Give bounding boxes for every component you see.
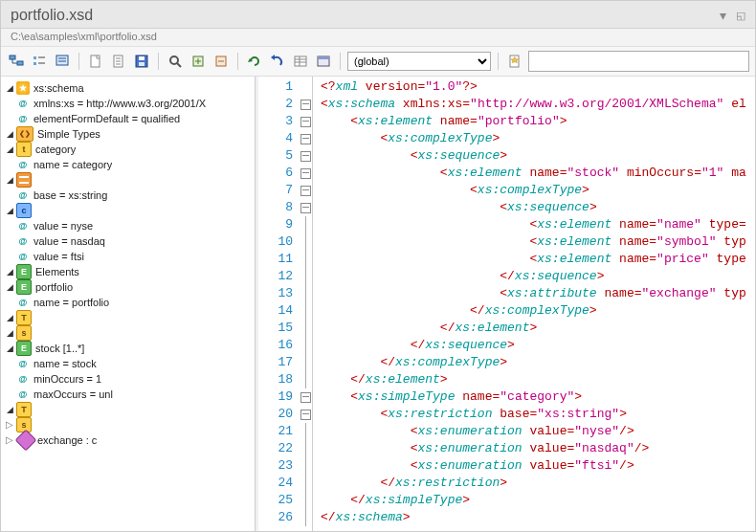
tb-expand-icon[interactable] — [189, 52, 208, 71]
code-line[interactable]: <xs:enumeration value="nyse"/> — [321, 423, 755, 440]
code-line[interactable]: <?xml version="1.0"?> — [321, 78, 755, 96]
tb-grid-icon[interactable] — [291, 52, 310, 71]
tree-node[interactable]: ◢EElements — [1, 264, 255, 279]
tree-node[interactable]: @name = category — [1, 157, 255, 172]
tree-node[interactable]: @name = stock — [1, 356, 255, 371]
dropdown-icon[interactable]: ▾ — [720, 8, 726, 23]
tb-new-icon[interactable] — [86, 52, 105, 71]
tree-node[interactable]: @maxOccurs = unl — [1, 387, 255, 402]
code-line[interactable]: </xs:restriction> — [321, 475, 755, 492]
tree-node[interactable]: @minOccurs = 1 — [1, 371, 255, 387]
fold-cell[interactable] — [299, 130, 312, 147]
code-line[interactable]: <xs:simpleType name="category"> — [321, 388, 755, 406]
collapse-icon[interactable]: ◢ — [5, 129, 14, 139]
tree-node[interactable]: ◢c — [1, 203, 255, 218]
tree-node[interactable]: ◢s — [1, 325, 255, 341]
fold-cell[interactable] — [299, 165, 312, 182]
tree-node[interactable]: @base = xs:string — [1, 188, 255, 203]
code-line[interactable]: <xs:element name="name" type= — [321, 216, 755, 233]
tree-node[interactable]: ◢ — [1, 172, 255, 188]
collapse-icon[interactable]: ◢ — [5, 206, 14, 215]
tree-node[interactable]: @value = ftsi — [1, 249, 255, 264]
collapse-icon[interactable]: ◢ — [5, 328, 14, 338]
fold-cell[interactable] — [299, 199, 312, 216]
editor-pane[interactable]: 1234567891011121314151617181920212223242… — [258, 77, 755, 531]
collapse-icon[interactable]: ◢ — [5, 83, 14, 93]
tree-node[interactable]: ◢Estock [1..*] — [1, 341, 255, 356]
collapse-icon[interactable]: ◢ — [5, 282, 14, 292]
collapse-icon[interactable]: ◢ — [5, 267, 14, 277]
tree-node[interactable]: @name = portfolio — [1, 295, 255, 310]
code-line[interactable]: </xs:sequence> — [321, 268, 755, 285]
tb-save-icon[interactable] — [132, 52, 151, 71]
code-line[interactable]: <xs:element name="symbol" typ — [321, 233, 755, 251]
code-line[interactable]: </xs:schema> — [321, 509, 755, 526]
collapse-icon[interactable]: ◢ — [5, 313, 14, 322]
tb-find-icon[interactable] — [166, 52, 185, 71]
code-line[interactable]: <xs:enumeration value="nasdaq"/> — [321, 440, 755, 457]
code-line[interactable]: </xs:simpleType> — [321, 492, 755, 509]
code-line[interactable]: <xs:element name="price" type — [321, 251, 755, 268]
tb-collapse-icon[interactable] — [211, 52, 231, 71]
fold-cell[interactable] — [299, 406, 312, 423]
tree-node[interactable]: ◢tcategory — [1, 142, 255, 157]
tb-refresh-icon[interactable] — [245, 52, 264, 71]
collapse-icon[interactable]: ◢ — [5, 144, 14, 154]
dock-icon[interactable]: ◱ — [736, 10, 745, 22]
code-area[interactable]: <?xml version="1.0"?><xs:schema xmlns:xs… — [313, 77, 755, 531]
tree-node[interactable]: @xmlns:xs = http://www.w3.org/2001/X — [1, 96, 255, 111]
tree-node[interactable]: ▷exchange : c — [1, 432, 255, 448]
fold-cell[interactable] — [299, 182, 312, 199]
scope-select[interactable]: (global) — [347, 52, 491, 71]
fold-toggle-icon[interactable] — [300, 151, 311, 162]
code-line[interactable]: </xs:complexType> — [321, 354, 755, 371]
code-line[interactable]: <xs:schema xmlns:xs="http://www.w3.org/2… — [321, 96, 755, 113]
tb-bookmark-icon[interactable] — [505, 52, 524, 71]
tree-pane[interactable]: ◢★xs:schema@xmlns:xs = http://www.w3.org… — [1, 77, 256, 531]
code-line[interactable]: <xs:element name="portfolio"> — [321, 113, 755, 130]
code-line[interactable]: </xs:complexType> — [321, 302, 755, 320]
tree-node[interactable]: ▷s — [1, 417, 255, 432]
fold-toggle-icon[interactable] — [300, 117, 311, 127]
code-line[interactable]: <xs:attribute name="exchange" typ — [321, 285, 755, 302]
fold-toggle-icon[interactable] — [300, 410, 311, 420]
fold-toggle-icon[interactable] — [300, 134, 311, 144]
tree-node[interactable]: ◢T — [1, 310, 255, 325]
code-line[interactable]: <xs:enumeration value="ftsi"/> — [321, 457, 755, 475]
tree-node[interactable]: ◢T — [1, 402, 255, 417]
search-input[interactable] — [528, 51, 749, 72]
fold-toggle-icon[interactable] — [300, 203, 311, 213]
fold-cell[interactable] — [299, 113, 312, 130]
expand-icon[interactable]: ▷ — [5, 420, 14, 430]
fold-toggle-icon[interactable] — [300, 168, 311, 179]
fold-toggle-icon[interactable] — [300, 392, 311, 403]
code-line[interactable]: <xs:sequence> — [321, 199, 755, 216]
tb-list-icon[interactable] — [109, 52, 128, 71]
tree-node[interactable]: @value = nasdaq — [1, 233, 255, 249]
code-line[interactable]: <xs:restriction base="xs:string"> — [321, 406, 755, 423]
code-line[interactable]: <xs:element name="stock" minOccurs="1" m… — [321, 165, 755, 182]
code-line[interactable]: <xs:sequence> — [321, 147, 755, 165]
tree-node[interactable]: @elementFormDefault = qualified — [1, 111, 255, 126]
fold-toggle-icon[interactable] — [300, 100, 311, 110]
collapse-icon[interactable]: ◢ — [5, 344, 14, 353]
fold-cell[interactable] — [299, 388, 312, 406]
code-line[interactable]: <xs:complexType> — [321, 182, 755, 199]
tree-node[interactable]: ◢❮❯Simple Types — [1, 126, 255, 142]
expand-icon[interactable]: ▷ — [5, 435, 14, 445]
tree-node[interactable]: ◢Eportfolio — [1, 279, 255, 295]
tb-outline-icon[interactable] — [30, 52, 49, 71]
collapse-icon[interactable]: ◢ — [5, 175, 14, 185]
fold-cell[interactable] — [299, 96, 312, 113]
fold-cell[interactable] — [299, 147, 312, 165]
tree-node[interactable]: @value = nyse — [1, 218, 255, 233]
collapse-icon[interactable]: ◢ — [5, 405, 14, 414]
code-line[interactable]: <xs:complexType> — [321, 130, 755, 147]
code-line[interactable]: </xs:element> — [321, 320, 755, 337]
tree-node[interactable]: ◢★xs:schema — [1, 80, 255, 96]
tb-undo-icon[interactable] — [268, 52, 287, 71]
tb-dialog-icon[interactable] — [314, 52, 333, 71]
fold-toggle-icon[interactable] — [300, 186, 311, 196]
tb-tree-nav-icon[interactable] — [7, 52, 26, 71]
code-line[interactable]: </xs:sequence> — [321, 337, 755, 354]
